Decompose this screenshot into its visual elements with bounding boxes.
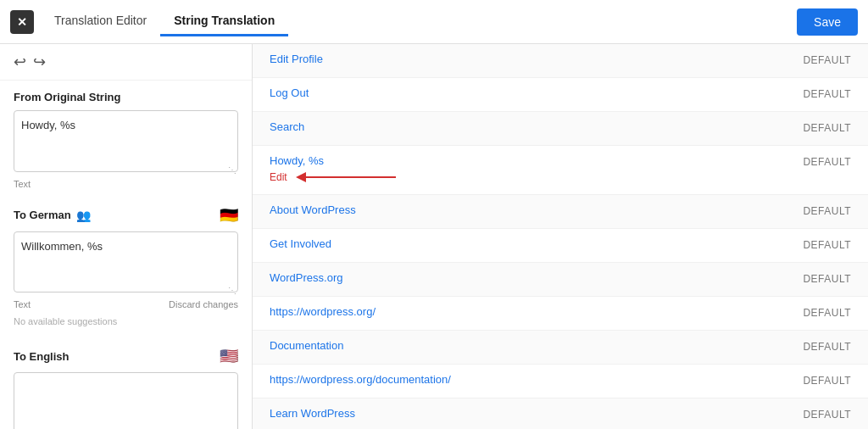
right-panel: Edit ProfileDEFAULTLog OutDEFAULTSearchD… <box>253 44 868 429</box>
string-text-col: https://wordpress.org/documentation/ <box>270 373 803 386</box>
list-item: SearchDEFAULT <box>253 112 868 146</box>
to-german-suggestions: No available suggestions <box>14 316 238 337</box>
nav-back-button[interactable]: ↩ <box>14 53 26 71</box>
string-main-link[interactable]: https://wordpress.org/ <box>270 305 803 318</box>
to-german-label: To German <box>14 209 71 221</box>
german-flag-icon: 🇩🇪 <box>220 206 238 225</box>
from-textarea[interactable]: Howdy, %s <box>14 110 238 172</box>
string-main-link[interactable]: https://wordpress.org/documentation/ <box>270 373 803 386</box>
list-item: About WordPressDEFAULT <box>253 195 868 229</box>
list-item: DocumentationDEFAULT <box>253 331 868 365</box>
string-default-badge: DEFAULT <box>803 120 851 134</box>
string-default-badge: DEFAULT <box>803 407 851 421</box>
german-resize-handle: ⋱ <box>228 286 236 294</box>
list-item: Edit ProfileDEFAULT <box>253 44 868 78</box>
string-main-link[interactable]: Howdy, %s <box>270 154 803 167</box>
from-textarea-wrapper: Howdy, %s ⋱ <box>14 110 238 176</box>
string-text-col: Learn WordPress <box>270 407 803 420</box>
tab-translation-editor[interactable]: Translation Editor <box>41 7 160 36</box>
list-item: Log OutDEFAULT <box>253 78 868 112</box>
people-icon: 👥 <box>76 209 91 222</box>
string-text-col: Log Out <box>270 86 803 99</box>
string-text-col: WordPress.org <box>270 271 803 284</box>
string-text-col: About WordPress <box>270 203 803 216</box>
resize-handle: ⋱ <box>228 165 236 174</box>
left-panel: ↩ ↪ From Original String Howdy, %s ⋱ Tex… <box>0 44 253 429</box>
from-field-meta: Text <box>14 176 238 196</box>
string-default-badge: DEFAULT <box>803 237 851 251</box>
string-default-badge: DEFAULT <box>803 203 851 217</box>
string-text-col: Howdy, %sEdit <box>270 154 803 186</box>
to-english-label: To English <box>14 350 69 363</box>
string-default-badge: DEFAULT <box>803 305 851 319</box>
string-default-badge: DEFAULT <box>803 339 851 353</box>
to-german-discard-button[interactable]: Discard changes <box>169 299 238 309</box>
string-text-col: Documentation <box>270 339 803 352</box>
string-main-link[interactable]: Get Involved <box>270 237 803 250</box>
to-german-header: To German 👥 🇩🇪 <box>14 206 238 225</box>
string-default-badge: DEFAULT <box>803 271 851 285</box>
save-button[interactable]: Save <box>797 8 858 36</box>
list-item: Learn WordPressDEFAULT <box>253 398 868 429</box>
from-section-label: From Original String <box>14 91 238 103</box>
string-main-link[interactable]: About WordPress <box>270 203 803 216</box>
nav-forward-button[interactable]: ↪ <box>33 53 46 71</box>
to-german-textarea-wrapper: Willkommen, %s ⋱ <box>14 231 238 297</box>
string-default-badge: DEFAULT <box>803 86 851 100</box>
main-content: ↩ ↪ From Original String Howdy, %s ⋱ Tex… <box>0 44 868 429</box>
to-english-section: To English 🇺🇸 ⋱ Text Discard changes No … <box>0 337 252 429</box>
list-item: https://wordpress.org/documentation/DEFA… <box>253 365 868 398</box>
string-text-col: Edit Profile <box>270 53 803 65</box>
list-item: Howdy, %sEdit DEFAULT <box>253 146 868 195</box>
to-german-section: To German 👥 🇩🇪 Willkommen, %s ⋱ Text Dis… <box>0 196 252 337</box>
nav-arrows: ↩ ↪ <box>0 44 252 81</box>
to-german-field-meta: Text Discard changes <box>14 296 238 316</box>
to-english-header: To English 🇺🇸 <box>14 347 238 365</box>
string-main-link[interactable]: Learn WordPress <box>270 407 803 420</box>
list-item: https://wordpress.org/DEFAULT <box>253 297 868 331</box>
to-english-textarea[interactable] <box>14 372 238 429</box>
from-section: From Original String Howdy, %s ⋱ Text <box>0 81 252 196</box>
from-type-label: Text <box>14 179 31 189</box>
list-item: WordPress.orgDEFAULT <box>253 263 868 297</box>
to-english-textarea-wrapper: ⋱ <box>14 372 238 429</box>
red-arrow-icon <box>294 169 396 186</box>
string-main-link[interactable]: Edit Profile <box>270 53 803 65</box>
string-edit-link[interactable]: Edit <box>270 171 287 183</box>
header-tabs: Translation Editor String Translation <box>41 7 797 36</box>
string-main-link[interactable]: Search <box>270 120 803 133</box>
string-default-badge: DEFAULT <box>803 154 851 168</box>
string-main-link[interactable]: WordPress.org <box>270 271 803 284</box>
string-main-link[interactable]: Log Out <box>270 86 803 99</box>
string-main-link[interactable]: Documentation <box>270 339 803 352</box>
list-item: Get InvolvedDEFAULT <box>253 229 868 263</box>
to-german-textarea[interactable]: Willkommen, %s <box>14 231 238 293</box>
to-german-type-label: Text <box>14 299 31 309</box>
string-text-col: Search <box>270 120 803 133</box>
string-text-col: https://wordpress.org/ <box>270 305 803 318</box>
string-list: Edit ProfileDEFAULTLog OutDEFAULTSearchD… <box>253 44 868 429</box>
close-icon: ✕ <box>17 15 27 29</box>
string-text-col: Get Involved <box>270 237 803 250</box>
tab-string-translation[interactable]: String Translation <box>160 7 288 36</box>
string-default-badge: DEFAULT <box>803 373 851 387</box>
close-button[interactable]: ✕ <box>10 10 34 34</box>
app-header: ✕ Translation Editor String Translation … <box>0 0 868 44</box>
string-default-badge: DEFAULT <box>803 53 851 66</box>
english-flag-icon: 🇺🇸 <box>220 347 238 365</box>
